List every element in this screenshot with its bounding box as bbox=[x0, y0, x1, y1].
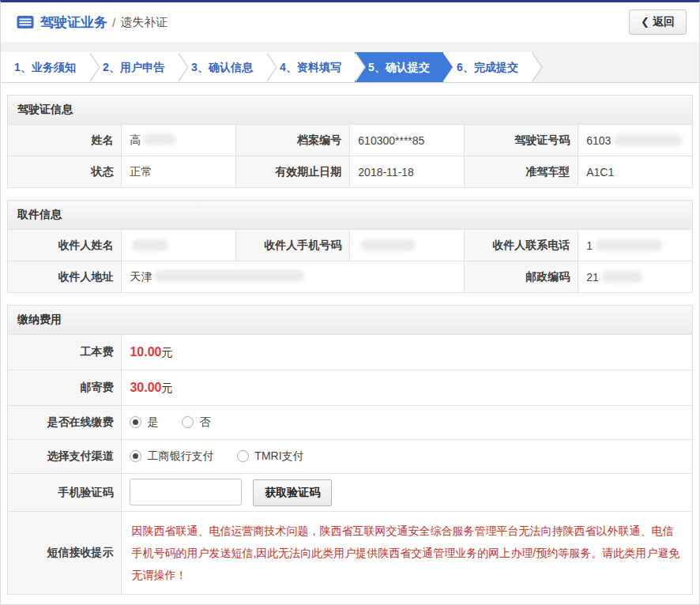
recipient-name-label: 收件人姓名 bbox=[8, 230, 122, 261]
radio-label: 否 bbox=[199, 415, 210, 428]
redacted-text bbox=[595, 239, 663, 251]
radio-checked-icon[interactable] bbox=[130, 450, 141, 462]
table-row: 选择支付渠道 工商银行支付 TMRI支付 bbox=[8, 440, 693, 474]
step-tab-2[interactable]: 2、用户申告 bbox=[89, 52, 178, 82]
payment-channel-label: 选择支付渠道 bbox=[8, 440, 122, 474]
license-service-icon bbox=[17, 15, 34, 29]
postal-code-value: 21 bbox=[578, 261, 693, 293]
chevron-left-icon: ❮ bbox=[641, 16, 649, 28]
page-title: 驾驶证业务 bbox=[40, 13, 107, 32]
payment-table: 工本费 10.00元 邮寄费 30.00元 是否在线缴费 是 否 选择支付渠道 … bbox=[7, 334, 693, 595]
postage-fee-value: 30.00元 bbox=[122, 370, 693, 406]
back-button[interactable]: ❮返回 bbox=[629, 9, 687, 35]
radio-option-yes[interactable]: 是 bbox=[130, 415, 158, 428]
recipient-mobile-label: 收件人手机号码 bbox=[235, 230, 349, 261]
production-fee-value: 10.00元 bbox=[122, 335, 693, 370]
radio-option-no[interactable]: 否 bbox=[182, 415, 210, 428]
radio-checked-icon[interactable] bbox=[130, 416, 141, 428]
radio-label: 工商银行支付 bbox=[147, 449, 213, 462]
get-code-button[interactable]: 获取验证码 bbox=[253, 479, 332, 506]
payment-title: 缴纳费用 bbox=[7, 305, 693, 334]
expiry-label: 有效期止日期 bbox=[235, 156, 349, 188]
license-no-value: 6103 bbox=[578, 125, 693, 156]
online-payment-options: 是 否 bbox=[122, 406, 693, 440]
license-info-title: 驾驶证信息 bbox=[7, 95, 693, 124]
sms-notice-cell: 因陕西省联通、电信运营商技术问题，陕西省互联网交通安全综合服务管理平台无法向持陕… bbox=[122, 512, 693, 595]
sms-code-label: 手机验证码 bbox=[8, 474, 122, 512]
online-payment-label: 是否在线缴费 bbox=[8, 406, 122, 440]
name-value: 高 bbox=[122, 125, 235, 156]
postal-code-label: 邮政编码 bbox=[464, 261, 578, 293]
table-row: 邮寄费 30.00元 bbox=[8, 370, 693, 406]
header: 驾驶证业务 / 遗失补证 ❮返回 bbox=[1, 2, 699, 42]
sms-notice-text: 因陕西省联通、电信运营商技术问题，陕西省互联网交通安全综合服务管理平台无法向持陕… bbox=[131, 524, 679, 581]
status-label: 状态 bbox=[8, 156, 122, 188]
license-no-label: 驾驶证号码 bbox=[464, 125, 578, 156]
radio-option-tmri[interactable]: TMRI支付 bbox=[237, 449, 303, 462]
step-tab-6[interactable]: 6、完成提交 bbox=[443, 52, 532, 82]
file-no-label: 档案编号 bbox=[235, 125, 349, 156]
step-tab-4[interactable]: 4、资料填写 bbox=[266, 52, 355, 82]
sms-notice-label: 短信接收提示 bbox=[8, 512, 122, 595]
redacted-text bbox=[613, 134, 683, 146]
recipient-mobile-value bbox=[350, 230, 464, 261]
sms-code-input[interactable] bbox=[130, 479, 242, 505]
delivery-info-section: 取件信息 收件人姓名 收件人手机号码 收件人联系电话 1 收件人地址 天津 邮政… bbox=[7, 200, 693, 293]
redacted-text bbox=[132, 239, 168, 251]
sms-code-field-cell: 获取验证码 bbox=[122, 474, 693, 512]
step-tab-1[interactable]: 1、业务须知 bbox=[1, 52, 89, 82]
recipient-address-value: 天津 bbox=[122, 261, 464, 293]
vehicle-class-value: A1C1 bbox=[578, 156, 693, 188]
table-row: 是否在线缴费 是 否 bbox=[8, 406, 693, 440]
table-row: 短信接收提示 因陕西省联通、电信运营商技术问题，陕西省互联网交通安全综合服务管理… bbox=[8, 512, 693, 595]
recipient-phone-value: 1 bbox=[578, 230, 693, 261]
steps-bar: 1、业务须知 2、用户申告 3、确认信息 4、资料填写 5、确认提交 6、完成提… bbox=[1, 42, 699, 83]
page-subtitle: 遗失补证 bbox=[120, 15, 167, 30]
license-info-table: 姓名 高 档案编号 610300****85 驾驶证号码 6103 状态 正常 … bbox=[7, 124, 693, 188]
production-fee-label: 工本费 bbox=[8, 335, 122, 370]
redacted-text bbox=[601, 271, 642, 283]
redacted-text bbox=[360, 239, 416, 251]
payment-channel-options: 工商银行支付 TMRI支付 bbox=[122, 440, 693, 474]
recipient-address-label: 收件人地址 bbox=[8, 261, 122, 293]
recipient-name-value bbox=[122, 230, 235, 261]
delivery-info-table: 收件人姓名 收件人手机号码 收件人联系电话 1 收件人地址 天津 邮政编码 21 bbox=[7, 229, 693, 293]
table-row: 收件人地址 天津 邮政编码 21 bbox=[8, 261, 693, 293]
redacted-text bbox=[154, 270, 304, 282]
radio-option-icbc[interactable]: 工商银行支付 bbox=[130, 449, 213, 462]
vehicle-class-label: 准驾车型 bbox=[464, 156, 578, 188]
status-value: 正常 bbox=[122, 156, 235, 188]
back-button-label: 返回 bbox=[653, 15, 675, 28]
redacted-text bbox=[143, 133, 176, 145]
table-row: 手机验证码 获取验证码 bbox=[8, 474, 693, 512]
name-label: 姓名 bbox=[8, 125, 122, 156]
radio-label: TMRI支付 bbox=[254, 449, 303, 462]
table-row: 状态 正常 有效期止日期 2018-11-18 准驾车型 A1C1 bbox=[8, 156, 693, 188]
file-no-value: 610300****85 bbox=[350, 125, 464, 156]
step-tab-3[interactable]: 3、确认信息 bbox=[178, 52, 266, 82]
postage-fee-label: 邮寄费 bbox=[8, 370, 122, 406]
step-tab-5-active[interactable]: 5、确认提交 bbox=[355, 52, 443, 82]
radio-unchecked-icon[interactable] bbox=[237, 450, 249, 462]
expiry-value: 2018-11-18 bbox=[350, 156, 464, 188]
breadcrumb-separator: / bbox=[112, 16, 115, 29]
table-row: 收件人姓名 收件人手机号码 收件人联系电话 1 bbox=[8, 230, 693, 261]
delivery-info-title: 取件信息 bbox=[7, 200, 693, 229]
breadcrumb: 驾驶证业务 / 遗失补证 bbox=[17, 13, 167, 32]
radio-label: 是 bbox=[147, 415, 158, 428]
radio-unchecked-icon[interactable] bbox=[182, 416, 194, 428]
table-row: 姓名 高 档案编号 610300****85 驾驶证号码 6103 bbox=[8, 125, 693, 156]
license-info-section: 驾驶证信息 姓名 高 档案编号 610300****85 驾驶证号码 6103 … bbox=[7, 95, 693, 188]
page: 驾驶证业务 / 遗失补证 ❮返回 1、业务须知 2、用户申告 3、确认信息 4、… bbox=[0, 0, 700, 605]
steps: 1、业务须知 2、用户申告 3、确认信息 4、资料填写 5、确认提交 6、完成提… bbox=[1, 52, 699, 82]
table-row: 工本费 10.00元 bbox=[8, 335, 693, 370]
recipient-phone-label: 收件人联系电话 bbox=[464, 230, 578, 261]
payment-section: 缴纳费用 工本费 10.00元 邮寄费 30.00元 是否在线缴费 是 否 选择… bbox=[7, 305, 693, 595]
